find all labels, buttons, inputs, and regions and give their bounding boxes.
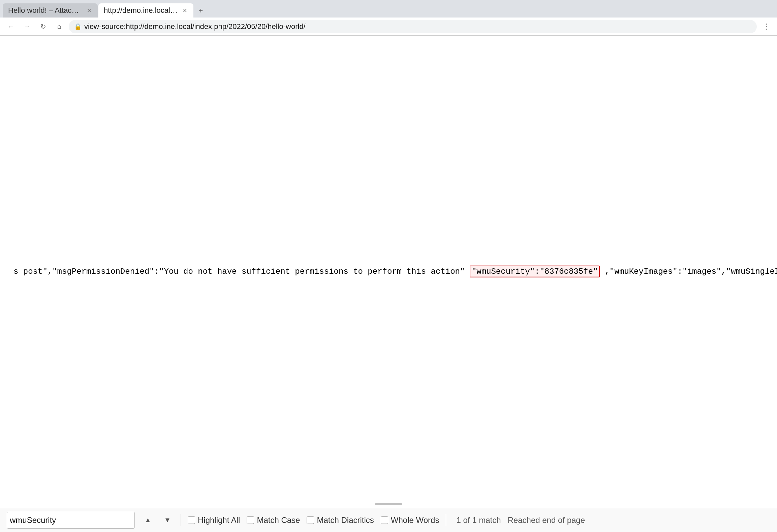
forward-button[interactable]: → (20, 20, 34, 33)
source-line: s post","msgPermissionDenied":"You do no… (0, 265, 777, 278)
match-case-checkbox[interactable] (247, 517, 254, 524)
reload-button[interactable]: ↻ (36, 20, 50, 33)
find-input-wrapper[interactable] (7, 512, 135, 529)
highlighted-match: "wmuSecurity":"8376c835fe" (470, 266, 600, 277)
forward-icon: → (24, 23, 30, 30)
address-bar[interactable] (84, 22, 751, 31)
home-icon: ⌂ (57, 23, 61, 30)
find-next-button[interactable]: ▼ (161, 514, 174, 527)
tab-2[interactable]: http://demo.ine.local/inde ✕ (98, 3, 193, 18)
divider-2 (446, 514, 446, 526)
tab-1-title: Hello world! – AttackDefe (8, 6, 82, 15)
find-prev-button[interactable]: ▲ (142, 514, 154, 527)
scroll-indicator (375, 503, 402, 505)
source-text-after: ,"wmuKeyImages":"images","wmuSingleImage (605, 267, 777, 276)
tab-1-close[interactable]: ✕ (86, 7, 92, 14)
whole-words-option[interactable]: Whole Words (381, 516, 439, 525)
highlight-all-label: Highlight All (198, 516, 240, 525)
reload-icon: ↻ (40, 23, 46, 31)
find-input[interactable] (10, 516, 104, 525)
tab-2-title: http://demo.ine.local/inde (104, 6, 178, 15)
address-bar-wrapper[interactable]: 🔒 (69, 20, 757, 33)
find-prev-icon: ▲ (145, 516, 151, 524)
find-next-icon: ▼ (164, 516, 171, 524)
new-tab-button[interactable]: + (194, 4, 208, 18)
tab-bar: Hello world! – AttackDefe ✕ http://demo.… (0, 0, 777, 18)
find-bar: ▲ ▼ Highlight All Match Case Match Diacr… (0, 508, 777, 532)
back-button[interactable]: ← (4, 20, 18, 33)
source-text-before: s post","msgPermissionDenied":"You do no… (13, 267, 465, 276)
highlight-all-checkbox[interactable] (188, 517, 195, 524)
match-diacritics-checkbox[interactable] (307, 517, 314, 524)
match-diacritics-option[interactable]: Match Diacritics (307, 516, 374, 525)
back-icon: ← (7, 23, 14, 30)
find-match-count: 1 of 1 match (456, 516, 501, 525)
navigation-bar: ← → ↻ ⌂ 🔒 ⋮ (0, 18, 777, 36)
page-content: s post","msgPermissionDenied":"You do no… (0, 36, 777, 508)
find-status: Reached end of page (508, 516, 585, 525)
match-diacritics-label: Match Diacritics (317, 516, 374, 525)
divider-1 (181, 514, 181, 526)
home-button[interactable]: ⌂ (53, 20, 66, 33)
menu-icon: ⋮ (763, 22, 770, 31)
whole-words-checkbox[interactable] (381, 517, 388, 524)
highlight-all-option[interactable]: Highlight All (188, 516, 240, 525)
new-tab-icon: + (199, 6, 203, 15)
lock-icon: 🔒 (74, 23, 82, 30)
tab-1[interactable]: Hello world! – AttackDefe ✕ (3, 3, 98, 18)
menu-button[interactable]: ⋮ (759, 20, 773, 33)
match-case-label: Match Case (257, 516, 300, 525)
match-case-option[interactable]: Match Case (247, 516, 300, 525)
tab-2-close[interactable]: ✕ (181, 7, 188, 14)
whole-words-label: Whole Words (391, 516, 439, 525)
